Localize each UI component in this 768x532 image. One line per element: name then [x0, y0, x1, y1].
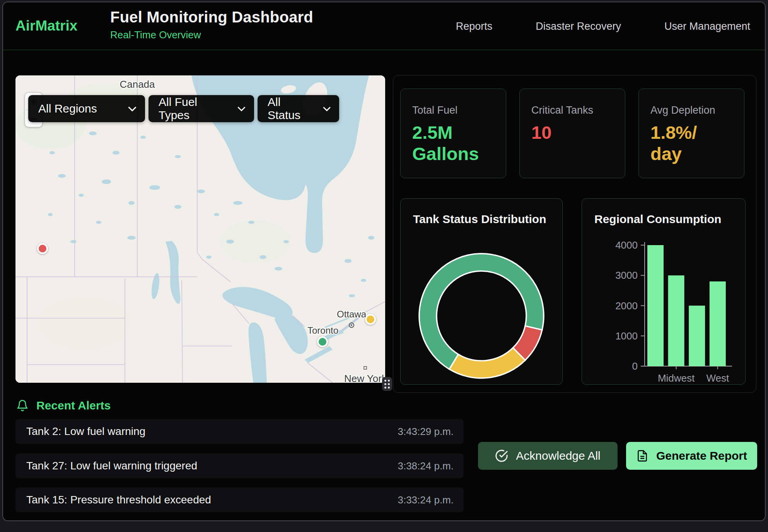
app-window: AirMatrix Fuel Monitoring Dashboard Real… — [2, 2, 766, 521]
svg-text:2000: 2000 — [615, 300, 638, 312]
svg-text:West: West — [706, 372, 729, 384]
tank-marker-critical[interactable] — [37, 243, 48, 254]
svg-text:4000: 4000 — [615, 239, 638, 251]
region-filter-value: All Regions — [38, 102, 97, 115]
main-nav: Reports Disaster Recovery User Managemen… — [456, 2, 750, 50]
status-filter-value: All Status — [268, 95, 313, 122]
nav-reports[interactable]: Reports — [456, 20, 493, 32]
alert-row[interactable]: Tank 2: Low fuel warning 3:43:29 p.m. — [15, 419, 464, 444]
map-filters: All Regions All Fuel Types All Status — [28, 95, 339, 122]
page-title: Fuel Monitoring Dashboard — [110, 9, 313, 26]
file-text-icon — [636, 450, 649, 462]
alert-timestamp: 3:43:29 p.m. — [398, 426, 454, 438]
map-label-new-york: New York — [344, 373, 385, 383]
page-subtitle: Real-Time Overview — [110, 29, 313, 41]
map-label-toronto: Toronto — [307, 325, 338, 336]
svg-text:Midwest: Midwest — [658, 372, 695, 384]
nav-user-management[interactable]: User Management — [664, 20, 750, 32]
overview-panel: Total Fuel 2.5M Gallons Critical Tanks 1… — [393, 75, 756, 393]
stat-card-critical-tanks: Critical Tanks 10 — [519, 89, 625, 178]
svg-text:0: 0 — [632, 360, 638, 372]
alerts-title: Recent Alerts — [36, 399, 111, 412]
tank-status-donut — [416, 250, 547, 382]
tank-status-card: Tank Status Distribution — [400, 198, 563, 385]
nav-disaster-recovery[interactable]: Disaster Recovery — [536, 20, 621, 32]
tank-marker-warning[interactable] — [365, 314, 376, 325]
drag-handle-icon[interactable] — [382, 377, 392, 391]
bell-icon — [16, 399, 29, 412]
chevron-down-icon — [323, 106, 331, 111]
alert-text: Tank 2: Low fuel warning — [26, 425, 145, 438]
chevron-down-icon — [128, 106, 137, 111]
header: AirMatrix Fuel Monitoring Dashboard Real… — [3, 2, 765, 50]
stat-label: Critical Tanks — [531, 104, 613, 116]
map-label-ottawa: Ottawa — [337, 309, 367, 319]
fuel-type-filter-dropdown[interactable]: All Fuel Types — [148, 95, 254, 122]
check-circle-icon — [495, 449, 508, 462]
alerts-header: Recent Alerts — [16, 399, 111, 412]
tank-marker-normal[interactable] — [317, 336, 328, 347]
map-label-country: Canada — [119, 78, 155, 90]
alert-timestamp: 3:33:24 p.m. — [398, 494, 454, 506]
regional-consumption-chart: 01000200030004000MidwestWest — [582, 199, 746, 385]
chart-title: Tank Status Distribution — [413, 213, 546, 226]
region-filter-dropdown[interactable]: All Regions — [28, 95, 145, 122]
generate-report-button[interactable]: Generate Report — [626, 442, 757, 470]
brand-logo: AirMatrix — [15, 18, 77, 34]
svg-text:3000: 3000 — [615, 269, 638, 281]
chevron-down-icon — [237, 106, 246, 111]
alert-timestamp: 3:38:24 p.m. — [398, 460, 454, 472]
fuel-map[interactable]: Canada Ottawa Toronto New York + − All R… — [15, 75, 385, 383]
stat-label: Avg Depletion — [650, 104, 732, 116]
stat-card-total-fuel: Total Fuel 2.5M Gallons — [400, 89, 506, 178]
stat-value: 1.8%/ day — [650, 122, 732, 165]
acknowledge-all-button[interactable]: Acknowledge All — [478, 442, 618, 470]
alert-row[interactable]: Tank 27: Low fuel warning triggered 3:38… — [15, 454, 464, 478]
alert-row[interactable]: Tank 15: Pressure threshold exceeded 3:3… — [15, 488, 464, 512]
alert-text: Tank 27: Low fuel warning triggered — [26, 460, 197, 472]
regional-consumption-card: Regional Consumption 01000200030004000Mi… — [582, 198, 746, 385]
stat-value: 2.5M Gallons — [412, 122, 494, 165]
stat-card-avg-depletion: Avg Depletion 1.8%/ day — [638, 89, 744, 178]
stat-label: Total Fuel — [412, 104, 494, 116]
alert-text: Tank 15: Pressure threshold exceeded — [26, 494, 211, 506]
fuel-type-filter-value: All Fuel Types — [159, 95, 227, 122]
svg-text:1000: 1000 — [615, 330, 638, 342]
stat-value: 10 — [531, 122, 613, 143]
status-filter-dropdown[interactable]: All Status — [258, 95, 339, 122]
